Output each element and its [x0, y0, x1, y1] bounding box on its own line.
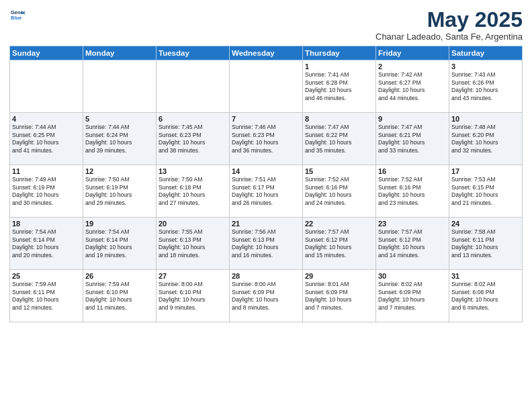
day-number: 10: [451, 115, 520, 123]
day-number: 16: [378, 167, 447, 175]
day-info: Sunrise: 7:53 AM Sunset: 6:15 PM Dayligh…: [451, 176, 520, 207]
day-number: 5: [85, 115, 154, 123]
week-row-4: 18Sunrise: 7:54 AM Sunset: 6:14 PM Dayli…: [10, 218, 523, 270]
day-number: 2: [378, 62, 447, 71]
day-info: Sunrise: 7:46 AM Sunset: 6:23 PM Dayligh…: [232, 124, 300, 154]
day-info: Sunrise: 7:55 AM Sunset: 6:13 PM Dayligh…: [159, 228, 227, 259]
logo: General Blue: [9, 8, 26, 26]
day-info: Sunrise: 7:50 AM Sunset: 6:19 PM Dayligh…: [85, 176, 154, 207]
table-row: 27Sunrise: 8:00 AM Sunset: 6:10 PM Dayli…: [157, 270, 230, 322]
day-info: Sunrise: 8:01 AM Sunset: 6:09 PM Dayligh…: [305, 281, 373, 312]
table-row: 17Sunrise: 7:53 AM Sunset: 6:15 PM Dayli…: [449, 165, 523, 218]
table-row: 24Sunrise: 7:58 AM Sunset: 6:11 PM Dayli…: [449, 218, 523, 270]
day-info: Sunrise: 8:00 AM Sunset: 6:09 PM Dayligh…: [232, 281, 300, 312]
day-info: Sunrise: 7:54 AM Sunset: 6:14 PM Dayligh…: [85, 228, 154, 259]
day-info: Sunrise: 7:48 AM Sunset: 6:20 PM Dayligh…: [451, 124, 520, 154]
table-row: 6Sunrise: 7:45 AM Sunset: 6:23 PM Daylig…: [157, 113, 230, 165]
subtitle: Chanar Ladeado, Santa Fe, Argentina: [375, 32, 523, 42]
table-row: 20Sunrise: 7:55 AM Sunset: 6:13 PM Dayli…: [157, 218, 230, 270]
day-number: 7: [232, 115, 300, 123]
day-number: 21: [232, 220, 300, 228]
day-number: 28: [232, 272, 300, 280]
table-row: 12Sunrise: 7:50 AM Sunset: 6:19 PM Dayli…: [83, 165, 157, 218]
day-info: Sunrise: 7:43 AM Sunset: 6:26 PM Dayligh…: [451, 71, 520, 102]
day-info: Sunrise: 8:02 AM Sunset: 6:09 PM Dayligh…: [378, 281, 447, 312]
day-number: 19: [85, 220, 154, 228]
day-info: Sunrise: 7:45 AM Sunset: 6:23 PM Dayligh…: [159, 124, 227, 154]
table-row: [10, 60, 83, 113]
day-number: 24: [451, 220, 520, 228]
week-row-1: 1Sunrise: 7:41 AM Sunset: 6:28 PM Daylig…: [10, 60, 523, 113]
table-row: 23Sunrise: 7:57 AM Sunset: 6:12 PM Dayli…: [376, 218, 449, 270]
col-wednesday: Wednesday: [230, 46, 303, 60]
table-row: [230, 60, 303, 113]
day-number: 14: [232, 167, 300, 175]
col-friday: Friday: [376, 46, 449, 60]
week-row-3: 11Sunrise: 7:49 AM Sunset: 6:19 PM Dayli…: [10, 165, 523, 218]
day-info: Sunrise: 7:56 AM Sunset: 6:13 PM Dayligh…: [232, 228, 300, 259]
table-row: 11Sunrise: 7:49 AM Sunset: 6:19 PM Dayli…: [10, 165, 83, 218]
table-row: 19Sunrise: 7:54 AM Sunset: 6:14 PM Dayli…: [83, 218, 157, 270]
table-row: 30Sunrise: 8:02 AM Sunset: 6:09 PM Dayli…: [376, 270, 449, 322]
day-info: Sunrise: 7:50 AM Sunset: 6:18 PM Dayligh…: [159, 176, 227, 207]
day-info: Sunrise: 7:41 AM Sunset: 6:28 PM Dayligh…: [305, 71, 373, 102]
table-row: 5Sunrise: 7:44 AM Sunset: 6:24 PM Daylig…: [83, 113, 157, 165]
week-row-5: 25Sunrise: 7:59 AM Sunset: 6:11 PM Dayli…: [10, 270, 523, 322]
table-row: 2Sunrise: 7:42 AM Sunset: 6:27 PM Daylig…: [376, 60, 449, 113]
table-row: 25Sunrise: 7:59 AM Sunset: 6:11 PM Dayli…: [10, 270, 83, 322]
day-number: 29: [305, 272, 373, 280]
month-title: May 2025: [375, 8, 523, 32]
calendar-table: Sunday Monday Tuesday Wednesday Thursday…: [9, 46, 523, 322]
day-info: Sunrise: 7:59 AM Sunset: 6:10 PM Dayligh…: [85, 281, 154, 312]
day-number: 22: [305, 220, 373, 228]
title-block: May 2025 Chanar Ladeado, Santa Fe, Argen…: [375, 8, 523, 42]
day-info: Sunrise: 7:44 AM Sunset: 6:24 PM Dayligh…: [85, 124, 154, 154]
page: General Blue May 2025 Chanar Ladeado, Sa…: [0, 0, 532, 411]
day-number: 26: [85, 272, 154, 280]
table-row: 21Sunrise: 7:56 AM Sunset: 6:13 PM Dayli…: [230, 218, 303, 270]
day-number: 4: [12, 115, 81, 123]
col-tuesday: Tuesday: [157, 46, 230, 60]
table-row: 7Sunrise: 7:46 AM Sunset: 6:23 PM Daylig…: [230, 113, 303, 165]
table-row: 13Sunrise: 7:50 AM Sunset: 6:18 PM Dayli…: [157, 165, 230, 218]
col-thursday: Thursday: [303, 46, 376, 60]
day-number: 9: [378, 115, 447, 123]
table-row: 31Sunrise: 8:02 AM Sunset: 6:08 PM Dayli…: [449, 270, 523, 322]
week-row-2: 4Sunrise: 7:44 AM Sunset: 6:25 PM Daylig…: [10, 113, 523, 165]
day-number: 25: [12, 272, 81, 280]
table-row: 10Sunrise: 7:48 AM Sunset: 6:20 PM Dayli…: [449, 113, 523, 165]
table-row: [157, 60, 230, 113]
table-row: 29Sunrise: 8:01 AM Sunset: 6:09 PM Dayli…: [303, 270, 376, 322]
table-row: 4Sunrise: 7:44 AM Sunset: 6:25 PM Daylig…: [10, 113, 83, 165]
day-info: Sunrise: 7:57 AM Sunset: 6:12 PM Dayligh…: [305, 228, 373, 259]
day-number: 30: [378, 272, 447, 280]
day-number: 17: [451, 167, 520, 175]
day-info: Sunrise: 7:52 AM Sunset: 6:16 PM Dayligh…: [378, 176, 447, 207]
day-info: Sunrise: 7:51 AM Sunset: 6:17 PM Dayligh…: [232, 176, 300, 207]
svg-text:Blue: Blue: [11, 15, 21, 21]
col-sunday: Sunday: [10, 46, 83, 60]
logo-icon: General Blue: [11, 8, 26, 23]
table-row: 18Sunrise: 7:54 AM Sunset: 6:14 PM Dayli…: [10, 218, 83, 270]
day-number: 13: [159, 167, 227, 175]
day-info: Sunrise: 7:54 AM Sunset: 6:14 PM Dayligh…: [12, 228, 81, 259]
table-row: 9Sunrise: 7:47 AM Sunset: 6:21 PM Daylig…: [376, 113, 449, 165]
day-info: Sunrise: 7:47 AM Sunset: 6:22 PM Dayligh…: [305, 124, 373, 154]
day-number: 8: [305, 115, 373, 123]
table-row: 28Sunrise: 8:00 AM Sunset: 6:09 PM Dayli…: [230, 270, 303, 322]
table-row: 26Sunrise: 7:59 AM Sunset: 6:10 PM Dayli…: [83, 270, 157, 322]
day-info: Sunrise: 7:44 AM Sunset: 6:25 PM Dayligh…: [12, 124, 81, 154]
table-row: 15Sunrise: 7:52 AM Sunset: 6:16 PM Dayli…: [303, 165, 376, 218]
table-row: 16Sunrise: 7:52 AM Sunset: 6:16 PM Dayli…: [376, 165, 449, 218]
day-number: 20: [159, 220, 227, 228]
day-info: Sunrise: 7:58 AM Sunset: 6:11 PM Dayligh…: [451, 228, 520, 259]
day-number: 18: [12, 220, 81, 228]
day-info: Sunrise: 7:42 AM Sunset: 6:27 PM Dayligh…: [378, 71, 447, 102]
day-info: Sunrise: 7:49 AM Sunset: 6:19 PM Dayligh…: [12, 176, 81, 207]
day-info: Sunrise: 7:59 AM Sunset: 6:11 PM Dayligh…: [12, 281, 81, 312]
table-row: [83, 60, 157, 113]
table-row: 22Sunrise: 7:57 AM Sunset: 6:12 PM Dayli…: [303, 218, 376, 270]
day-info: Sunrise: 8:02 AM Sunset: 6:08 PM Dayligh…: [451, 281, 520, 312]
day-number: 6: [159, 115, 227, 123]
table-row: 1Sunrise: 7:41 AM Sunset: 6:28 PM Daylig…: [303, 60, 376, 113]
